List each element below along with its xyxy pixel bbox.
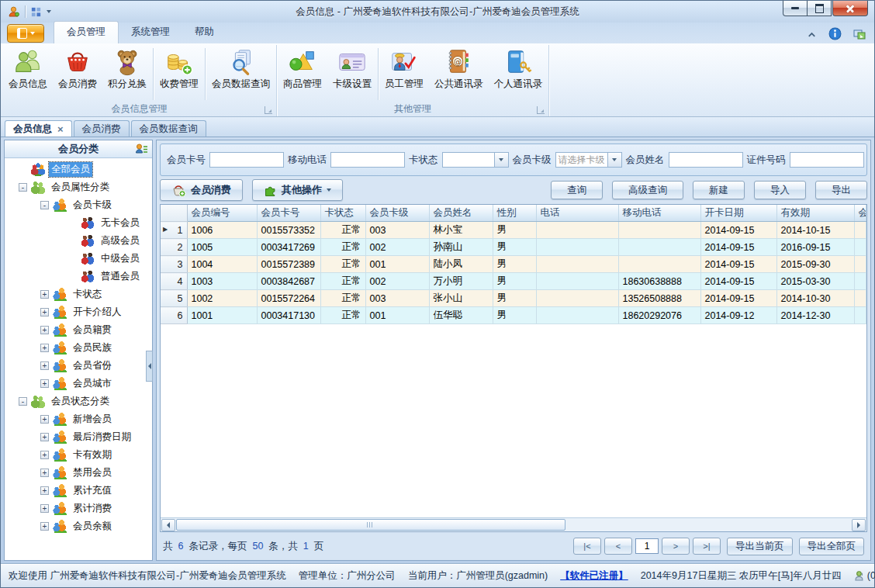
tree-expander-icon[interactable] [19, 183, 27, 192]
tree-expander-icon[interactable] [40, 415, 49, 424]
maximize-button[interactable] [808, 1, 832, 16]
column-header[interactable]: 会员姓名 [429, 205, 493, 222]
column-header[interactable]: 会员卡号 [257, 205, 320, 222]
tree-expander-icon[interactable] [40, 486, 49, 495]
table-row[interactable]: 6 1001 0003417130 正常 001 伍华聪 男 186202920… [161, 307, 866, 324]
tree-item[interactable]: 会员籍贯 [5, 321, 152, 339]
scroll-left-button[interactable] [161, 519, 175, 531]
tree-item[interactable]: 会员状态分类 [5, 393, 152, 410]
tree-item[interactable]: 会员卡级 [5, 196, 152, 214]
import-button[interactable]: 导入 [754, 181, 806, 199]
tree-item[interactable]: 禁用会员 [5, 464, 152, 482]
dropdown-button[interactable] [607, 152, 622, 168]
collapse-ribbon-icon[interactable] [806, 29, 818, 39]
minimize-button[interactable] [783, 1, 808, 16]
tree-item[interactable]: 会员城市 [5, 375, 152, 393]
doc-tab-member-info[interactable]: 会员信息× [5, 120, 72, 137]
member-list-icon[interactable] [135, 143, 148, 155]
tree-item[interactable]: 普通会员 [5, 268, 152, 285]
registered-link[interactable]: 【软件已注册】 [560, 569, 628, 583]
ribbon-button-member-consume[interactable]: 会员消费 [53, 45, 102, 103]
tree-item[interactable]: 开卡介绍人 [5, 303, 152, 321]
ribbon-button-employee-management[interactable]: 员工管理 [379, 45, 429, 103]
export-current-page-button[interactable]: 导出当前页 [727, 538, 793, 555]
column-header[interactable]: 会员 [854, 205, 866, 222]
ribbon-button-public-contacts[interactable]: @ 公共通讯录 [429, 45, 489, 103]
page-number-input[interactable] [635, 538, 659, 554]
member-consume-button[interactable]: 会员消费 [160, 179, 243, 201]
tree-expander-icon[interactable] [40, 361, 49, 370]
application-menu-button[interactable] [7, 24, 44, 43]
tree-expander-icon[interactable] [40, 308, 49, 316]
tree-item[interactable]: 会员省份 [5, 357, 152, 375]
dropdown-button[interactable] [494, 152, 509, 168]
card-no-input[interactable] [209, 152, 284, 168]
table-row[interactable]: 4 1003 0003842687 正常 002 万小明 男 186306388… [161, 273, 866, 290]
mobile-input[interactable] [330, 152, 405, 168]
column-header[interactable]: 移动电话 [618, 205, 700, 222]
next-page-button[interactable]: > [662, 538, 690, 555]
tree-item[interactable]: 中级会员 [5, 250, 152, 268]
tree-item[interactable]: 会员民族 [5, 339, 152, 357]
ribbon-button-points-exchange[interactable]: 积分兑换 [102, 45, 152, 103]
close-button[interactable] [832, 1, 868, 16]
column-header[interactable]: 会员编号 [187, 205, 257, 222]
switch-window-icon[interactable] [853, 28, 866, 40]
horizontal-scrollbar[interactable] [161, 517, 866, 531]
ribbon-button-member-info[interactable]: 会员信息 [3, 45, 53, 103]
query-button[interactable]: 查询 [551, 181, 603, 199]
card-level-select[interactable]: 请选择卡级 [555, 152, 622, 168]
ribbon-button-personal-contacts[interactable]: 个人通讯录 [489, 45, 548, 103]
tree-item[interactable]: 会员余额 [5, 517, 152, 535]
column-header[interactable]: 电话 [536, 205, 618, 222]
tree-item[interactable]: 无卡会员 [5, 214, 152, 232]
info-icon[interactable] [828, 27, 842, 40]
prev-page-button[interactable]: < [604, 538, 632, 555]
tree-expander-icon[interactable] [19, 397, 27, 406]
tree-item[interactable]: 卡状态 [5, 285, 152, 303]
ribbon-tab-system-management[interactable]: 系统管理 [119, 22, 182, 43]
card-status-select[interactable] [442, 152, 509, 168]
ribbon-button-fee-management[interactable]: 收费管理 [154, 45, 204, 103]
member-name-input[interactable] [669, 152, 743, 168]
column-header[interactable]: 有效期 [776, 205, 854, 222]
column-header[interactable]: 性别 [493, 205, 536, 222]
column-header[interactable]: 开卡日期 [700, 205, 776, 222]
tree-expander-icon[interactable] [40, 504, 49, 513]
tree-item[interactable]: 累计充值 [5, 482, 152, 500]
column-header[interactable]: 会员卡级 [365, 205, 429, 222]
tree-item[interactable]: 最后消费日期 [5, 428, 152, 446]
tree-expander-icon[interactable] [40, 290, 49, 299]
doc-tab-member-data-query[interactable]: 会员数据查询 [131, 120, 206, 137]
tree-expander-icon[interactable] [40, 522, 49, 531]
sidebar-collapse-handle[interactable] [146, 351, 153, 382]
tree-expander-icon[interactable] [40, 433, 49, 441]
scrollbar-thumb[interactable] [176, 519, 565, 531]
tree-item[interactable]: 累计消费 [5, 500, 152, 517]
export-button[interactable]: 导出 [815, 181, 867, 199]
dialog-launcher-icon[interactable] [265, 106, 272, 114]
tree-item[interactable]: 新增会员 [5, 410, 152, 428]
table-row[interactable]: 2 1005 0003417269 正常 002 孙南山 男 2014- [161, 239, 866, 256]
other-operations-button[interactable]: 其他操作 [252, 179, 343, 201]
dialog-launcher-icon[interactable] [537, 106, 545, 114]
export-all-pages-button[interactable]: 导出全部页 [799, 538, 865, 555]
ribbon-button-card-level-settings[interactable]: 卡级设置 [327, 45, 377, 103]
advanced-query-button[interactable]: 高级查询 [612, 181, 683, 199]
tree-item[interactable]: 高级会员 [5, 232, 152, 250]
table-row[interactable]: 5 1002 0015572264 正常 003 张小山 男 135265088… [161, 290, 866, 307]
tree-expander-icon[interactable] [40, 451, 49, 459]
tree-item[interactable]: 卡有效期 [5, 446, 152, 464]
ribbon-tab-help[interactable]: 帮助 [182, 22, 227, 43]
tree-expander-icon[interactable] [40, 469, 49, 477]
id-no-input[interactable] [790, 152, 864, 168]
tree-expander-icon[interactable] [40, 379, 49, 388]
tree-expander-icon[interactable] [40, 344, 49, 352]
doc-tab-member-consume[interactable]: 会员消费 [74, 120, 130, 137]
last-page-button[interactable]: >| [693, 538, 721, 555]
scroll-right-button[interactable] [852, 519, 866, 531]
tree-item[interactable]: 全部会员 [5, 161, 152, 178]
ribbon-button-product-management[interactable]: 商品管理 [278, 45, 327, 103]
ribbon-button-member-data-query[interactable]: 会员数据查询 [206, 45, 275, 103]
tree-expander-icon[interactable] [40, 326, 49, 334]
